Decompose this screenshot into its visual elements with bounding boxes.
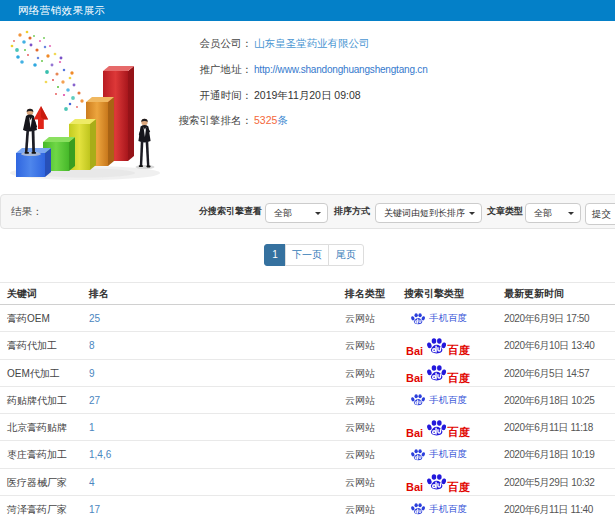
sort-select[interactable]: 关键词由短到长排序 — [375, 203, 482, 223]
page-1-button[interactable]: 1 — [264, 244, 286, 266]
baidu-paw-icon — [427, 474, 446, 491]
chevron-down-icon — [568, 212, 574, 215]
rank-count-label: 搜索引擎排名： — [162, 114, 252, 127]
table-row: 北京膏药贴牌1云网站Bai 百度2020年6月11日 11:18 — [0, 414, 615, 441]
engine-label: 手机百度 — [429, 448, 467, 461]
engine-mobile-baidu: 手机百度 — [411, 387, 467, 414]
engine-mobile-baidu: 手机百度 — [411, 441, 467, 468]
sort-select-value: 关键词由短到长排序 — [384, 208, 465, 218]
baidu-paw-icon — [411, 503, 425, 515]
rank-type-cell: 云网站 — [345, 469, 375, 496]
rank-cell[interactable]: 17 — [89, 496, 100, 520]
engine-filter-value: 全部 — [274, 208, 292, 218]
baidu-logo-cn: 百度 — [448, 345, 470, 356]
rank-type-cell: 云网站 — [345, 496, 375, 520]
engine-baidu: Bai 百度 — [406, 469, 481, 496]
sort-label: 排序方式 — [334, 195, 370, 228]
engine-baidu: Bai 百度 — [406, 414, 481, 441]
keyword-cell[interactable]: 膏药OEM — [7, 305, 50, 332]
filter-bar: 结果： 分搜索引擎查看 全部 排序方式 关键词由短到长排序 文章类型 全部 提交 — [0, 194, 615, 229]
article-type-value: 全部 — [534, 208, 552, 218]
table-row: OEM代加工9云网站Bai 百度2020年6月5日 14:57 — [0, 360, 615, 387]
pagination: 1 下一页 尾页 — [264, 244, 364, 266]
baidu-paw-icon — [427, 338, 446, 355]
promo-url-link[interactable]: http://www.shandonghuangshengtang.cn — [254, 64, 428, 75]
rank-cell[interactable]: 25 — [89, 305, 100, 332]
page-title: 网络营销效果展示 — [18, 0, 105, 21]
table-row: 菏泽膏药厂家17云网站 手机百度2020年6月11日 11:40 — [0, 496, 615, 520]
keyword-cell[interactable]: OEM代加工 — [7, 360, 60, 387]
rank-cell[interactable]: 8 — [89, 332, 95, 359]
table-header-row: 关键词 排名 排名类型 搜索引擎类型 最新更新时间 — [0, 283, 615, 305]
col-rank-type: 排名类型 — [345, 283, 385, 305]
engine-mobile-baidu: 手机百度 — [411, 305, 467, 332]
url-label: 推广地址： — [162, 63, 252, 76]
keyword-cell[interactable]: 菏泽膏药厂家 — [7, 496, 67, 520]
info-row-company: 会员公司：山东皇圣堂药业有限公司 — [162, 37, 370, 50]
rank-cell[interactable]: 9 — [89, 360, 95, 387]
keyword-cell[interactable]: 北京膏药贴牌 — [7, 414, 67, 441]
col-keyword: 关键词 — [7, 283, 37, 305]
keyword-cell[interactable]: 药贴牌代加工 — [7, 387, 67, 414]
rank-cell[interactable]: 27 — [89, 387, 100, 414]
baidu-logo-cn: 百度 — [448, 427, 470, 438]
table-row: 医疗器械厂家4云网站Bai 百度2020年5月29日 10:32 — [0, 469, 615, 496]
article-type-label: 文章类型 — [487, 195, 523, 228]
info-row-open-time: 开通时间：2019年11月20日 09:08 — [162, 89, 361, 102]
updated-cell: 2020年5月29日 10:32 — [504, 469, 594, 496]
rank-cell[interactable]: 4 — [89, 469, 95, 496]
chevron-down-icon — [315, 212, 321, 215]
baidu-logo-cn: 百度 — [448, 482, 470, 493]
rank-cell[interactable]: 1,4,6 — [89, 441, 111, 468]
company-label: 会员公司： — [162, 37, 252, 50]
last-page-button[interactable]: 尾页 — [328, 244, 364, 266]
businessman-right — [136, 119, 155, 169]
col-engine-type: 搜索引擎类型 — [404, 283, 464, 305]
table-row: 药贴牌代加工27云网站 手机百度2020年6月18日 10:25 — [0, 387, 615, 414]
top-section: 会员公司：山东皇圣堂药业有限公司 推广地址：http://www.shandon… — [0, 21, 615, 194]
engine-filter-label: 分搜索引擎查看 — [199, 195, 262, 228]
engine-mobile-baidu: 手机百度 — [411, 496, 467, 520]
rank-type-cell: 云网站 — [345, 387, 375, 414]
updated-cell: 2020年6月18日 10:25 — [504, 387, 594, 414]
baidu-paw-icon — [427, 365, 446, 382]
baidu-logo-bai: Bai — [406, 346, 423, 356]
submit-button[interactable]: 提交 — [585, 203, 615, 225]
table-row: 膏药代加工8云网站Bai 百度2020年6月10日 13:40 — [0, 332, 615, 359]
engine-label: 手机百度 — [429, 503, 467, 516]
baidu-logo-bai: Bai — [406, 482, 423, 492]
chevron-down-icon — [469, 212, 475, 215]
updated-cell: 2020年6月10日 13:40 — [504, 332, 594, 359]
baidu-logo-bai: Bai — [406, 373, 423, 383]
rank-count-unit: 条 — [277, 114, 288, 126]
keyword-cell[interactable]: 枣庄膏药加工 — [7, 441, 67, 468]
open-time-value: 2019年11月20日 09:08 — [254, 89, 361, 101]
engine-baidu: Bai 百度 — [406, 360, 481, 387]
baidu-paw-icon — [411, 449, 425, 461]
engine-label: 手机百度 — [429, 394, 467, 407]
engine-baidu: Bai 百度 — [406, 332, 481, 359]
updated-cell: 2020年6月11日 11:40 — [504, 496, 593, 520]
baidu-paw-icon — [411, 313, 425, 325]
info-row-url: 推广地址：http://www.shandonghuangshengtang.c… — [162, 63, 428, 76]
article-type-select[interactable]: 全部 — [525, 203, 581, 223]
rank-type-cell: 云网站 — [345, 441, 375, 468]
col-rank: 排名 — [89, 283, 109, 305]
updated-cell: 2020年6月5日 14:57 — [504, 360, 589, 387]
info-row-rank-count: 搜索引擎排名：5325条 — [162, 114, 288, 127]
col-updated: 最新更新时间 — [504, 283, 564, 305]
marketing-illustration — [0, 21, 175, 191]
baidu-paw-icon — [411, 394, 425, 406]
rank-count-number: 5325 — [254, 114, 277, 126]
engine-filter-select[interactable]: 全部 — [265, 203, 328, 223]
rank-cell[interactable]: 1 — [89, 414, 95, 441]
title-bar: 网络营销效果展示 — [0, 0, 615, 21]
updated-cell: 2020年6月11日 11:18 — [504, 414, 593, 441]
company-link[interactable]: 山东皇圣堂药业有限公司 — [254, 37, 370, 49]
keyword-cell[interactable]: 医疗器械厂家 — [7, 469, 67, 496]
next-page-button[interactable]: 下一页 — [285, 244, 329, 266]
table-row: 枣庄膏药加工1,4,6云网站 手机百度2020年6月18日 10:19 — [0, 441, 615, 468]
updated-cell: 2020年6月9日 17:50 — [504, 305, 589, 332]
keyword-cell[interactable]: 膏药代加工 — [7, 332, 57, 359]
rank-type-cell: 云网站 — [345, 414, 375, 441]
